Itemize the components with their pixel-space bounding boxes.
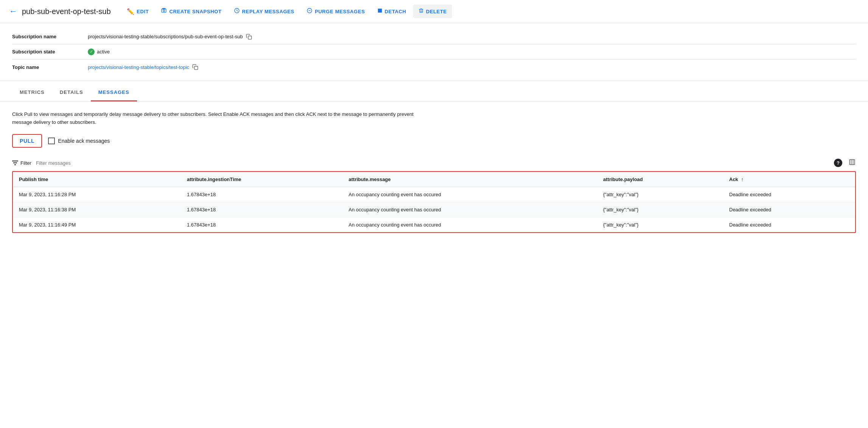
detach-button[interactable]: DETACH (372, 5, 412, 18)
cell-publish_time: Mar 9, 2023, 11:16:28 PM (13, 187, 181, 202)
messages-table: Publish time attribute.ingestionTime att… (13, 172, 855, 232)
replay-messages-button[interactable]: REPLAY MESSAGES (229, 5, 300, 18)
filter-label[interactable]: Filter (12, 160, 31, 166)
cell-ingestion_time: 1.67843e+18 (181, 217, 342, 232)
tab-messages[interactable]: MESSAGES (91, 84, 137, 102)
table-header-row: Publish time attribute.ingestionTime att… (13, 172, 855, 187)
topic-name-label: Topic name (12, 64, 88, 70)
svg-rect-6 (378, 9, 382, 13)
svg-rect-8 (194, 66, 198, 70)
page-title: pub-sub-event-op-test-sub (22, 7, 111, 16)
cell-message: An occupancy counting event has occured (342, 187, 597, 202)
status-check-icon: ✓ (88, 48, 95, 55)
cell-payload: {"attr_key":"val"} (597, 217, 723, 232)
pull-row: PULL Enable ack messages (12, 134, 856, 148)
delete-button[interactable]: DELETE (413, 5, 452, 18)
status-active: ✓ active (88, 48, 110, 55)
tabs-bar: METRICS DETAILS MESSAGES (0, 84, 868, 102)
cell-publish_time: Mar 9, 2023, 11:16:49 PM (13, 217, 181, 232)
table-row: Mar 9, 2023, 11:16:28 PM1.67843e+18An oc… (13, 187, 855, 202)
topic-name-row: Topic name projects/visionai-testing-sta… (12, 59, 856, 75)
col-ack[interactable]: Ack ↑ (723, 172, 855, 187)
description-text: Click Pull to view messages and temporar… (12, 111, 428, 127)
ack-messages-label[interactable]: Enable ack messages (48, 137, 110, 144)
cell-ack: Deadline exceeded (723, 187, 855, 202)
copy-subscription-name-icon[interactable] (246, 34, 252, 40)
replay-icon (234, 8, 240, 15)
messages-table-wrapper: Publish time attribute.ingestionTime att… (12, 171, 856, 233)
purge-messages-button[interactable]: PURGE MESSAGES (301, 5, 370, 18)
subscription-state-label: Subscription state (12, 49, 88, 55)
help-icon[interactable]: ? (834, 159, 842, 167)
edit-icon: ✏️ (127, 8, 135, 15)
topic-name-value: projects/visionai-testing-stable/topics/… (88, 64, 198, 70)
pull-button[interactable]: PULL (12, 134, 42, 148)
filter-input[interactable] (36, 160, 829, 166)
cell-payload: {"attr_key":"val"} (597, 202, 723, 217)
subscription-name-row: Subscription name projects/visionai-test… (12, 29, 856, 44)
subscription-state-row: Subscription state ✓ active (12, 44, 856, 59)
cell-ack: Deadline exceeded (723, 217, 855, 232)
tab-details[interactable]: DETAILS (52, 84, 91, 102)
content-area: Click Pull to view messages and temporar… (0, 102, 868, 242)
filter-icon (12, 161, 18, 165)
ack-sort-icon: ↑ (741, 177, 744, 182)
col-publish-time: Publish time (13, 172, 181, 187)
col-payload: attribute.payload (597, 172, 723, 187)
filter-bar: Filter ? (12, 155, 856, 171)
detach-icon (377, 8, 383, 15)
copy-topic-name-icon[interactable] (192, 64, 198, 70)
subscription-name-value: projects/visionai-testing-stable/subscri… (88, 34, 252, 40)
edit-button[interactable]: ✏️ EDIT (121, 5, 154, 18)
filter-right: ? (834, 158, 856, 168)
toolbar: ← pub-sub-event-op-test-sub ✏️ EDIT CREA… (0, 0, 868, 23)
col-message: attribute.message (342, 172, 597, 187)
cell-message: An occupancy counting event has occured (342, 202, 597, 217)
toolbar-actions: ✏️ EDIT CREATE SNAPSHOT REPLAY MESSAGES … (121, 5, 452, 18)
purge-icon (306, 8, 313, 15)
table-row: Mar 9, 2023, 11:16:38 PM1.67843e+18An oc… (13, 202, 855, 217)
snapshot-icon (161, 8, 167, 15)
table-row: Mar 9, 2023, 11:16:49 PM1.67843e+18An oc… (13, 217, 855, 232)
cell-ingestion_time: 1.67843e+18 (181, 187, 342, 202)
back-arrow-icon: ← (9, 6, 17, 16)
create-snapshot-button[interactable]: CREATE SNAPSHOT (156, 5, 227, 18)
svg-rect-7 (248, 36, 252, 39)
delete-icon (418, 8, 424, 15)
ack-messages-checkbox[interactable] (48, 137, 55, 144)
cell-publish_time: Mar 9, 2023, 11:16:38 PM (13, 202, 181, 217)
info-section: Subscription name projects/visionai-test… (0, 23, 868, 81)
cell-payload: {"attr_key":"val"} (597, 187, 723, 202)
col-ingestion-time: attribute.ingestionTime (181, 172, 342, 187)
ack-label-text: Enable ack messages (58, 138, 110, 144)
topic-name-link[interactable]: projects/visionai-testing-stable/topics/… (88, 64, 189, 70)
back-button[interactable]: ← (9, 6, 17, 16)
cell-ingestion_time: 1.67843e+18 (181, 202, 342, 217)
subscription-state-value: ✓ active (88, 48, 110, 55)
cell-message: An occupancy counting event has occured (342, 217, 597, 232)
columns-icon[interactable] (848, 158, 856, 168)
subscription-name-label: Subscription name (12, 34, 88, 39)
svg-point-2 (163, 10, 165, 12)
tab-metrics[interactable]: METRICS (12, 84, 52, 102)
cell-ack: Deadline exceeded (723, 202, 855, 217)
